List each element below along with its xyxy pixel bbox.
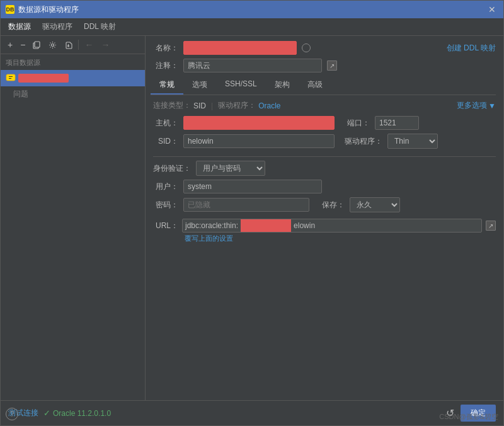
conn-type-label: 连接类型： [153, 100, 191, 111]
user-row: 用户： [153, 180, 496, 193]
driver-value[interactable]: Oracle [258, 101, 280, 110]
name-label: 名称： [153, 43, 178, 54]
issue-label: 问题 [1, 86, 145, 102]
conn-type-value[interactable]: SID [193, 101, 206, 110]
test-result: ✓ Oracle 11.2.0.1.0 [43, 408, 111, 418]
sid-label: SID： [153, 136, 178, 147]
svg-rect-3 [6, 74, 15, 81]
check-icon: ✓ [43, 408, 50, 418]
more-options-arrow: ▼ [488, 101, 496, 110]
project-datasource-title: 项目数据源 [1, 54, 145, 70]
tab-general[interactable]: 常规 [151, 76, 183, 95]
url-rewrite-link[interactable]: 覆写上面的设置 [185, 234, 496, 243]
svg-rect-1 [35, 42, 40, 47]
more-options-button[interactable]: 更多选项 ▼ [457, 100, 496, 111]
settings-button[interactable] [45, 40, 60, 50]
forward-button[interactable]: → [98, 38, 113, 51]
host-label: 主机： [153, 118, 178, 129]
port-label: 端口： [345, 118, 370, 129]
url-row: URL： jdbc:oracle:thin: elowin ↗ [153, 219, 496, 233]
spacer [153, 243, 496, 398]
create-ddl-link[interactable]: 创建 DDL 映射 [447, 43, 496, 54]
tree-item-c[interactable] [1, 70, 145, 86]
comment-label: 注释： [153, 60, 178, 71]
url-label: URL： [153, 221, 178, 231]
tabs-row: 常规 选项 SSH/SSL 架构 高级 [151, 76, 496, 95]
comment-input[interactable] [183, 59, 322, 72]
tab-schema[interactable]: 架构 [266, 76, 299, 95]
driver-label: 驱动程序： [218, 100, 256, 111]
port-input[interactable] [375, 116, 419, 130]
svg-point-2 [52, 43, 54, 46]
app-icon: DB [6, 5, 14, 14]
add-button[interactable]: + [4, 38, 16, 51]
menu-bar: 数据源 驱动程序 DDL 映射 [1, 18, 503, 36]
dialog-title: 数据源和驱动程序 [18, 4, 79, 15]
radio-circle[interactable] [302, 43, 311, 52]
close-button[interactable]: ✕ [486, 3, 498, 16]
name-input[interactable] [183, 41, 297, 55]
name-row: 名称： 创建 DDL 映射 [153, 41, 496, 55]
url-section: URL： jdbc:oracle:thin: elowin ↗ 覆写上面的设置 [153, 219, 496, 243]
tab-ssh[interactable]: SSH/SSL [216, 76, 266, 95]
title-bar: DB 数据源和驱动程序 ✕ [1, 1, 503, 18]
back-button[interactable]: ← [81, 38, 96, 51]
tab-advanced[interactable]: 高级 [299, 76, 331, 95]
conn-info-row: 连接类型： SID | 驱动程序： Oracle 更多选项 ▼ [153, 100, 496, 111]
user-label: 用户： [153, 181, 178, 192]
user-input[interactable] [183, 180, 322, 193]
watermark: CSDN@孤影&碧空 [439, 412, 498, 422]
password-row: 密码： 保存： 永久 本次会话 不保存 [153, 197, 496, 212]
auth-row: 身份验证： 用户与密码 OS 认证 [153, 161, 496, 176]
comment-row: 注释： ↗ [153, 59, 496, 72]
toolbar-divider [78, 40, 79, 50]
tree-item-label [18, 74, 69, 83]
left-toolbar: + − [1, 36, 145, 54]
save-select[interactable]: 永久 本次会话 不保存 [350, 197, 400, 212]
auth-label: 身份验证： [153, 163, 191, 174]
right-panel: 名称： 创建 DDL 映射 注释： ↗ 常规 选项 SSH/SSL 架构 高级 [146, 36, 503, 400]
left-panel: + − [1, 36, 146, 400]
export-button[interactable] [61, 40, 76, 50]
title-bar-left: DB 数据源和驱动程序 [6, 4, 79, 15]
password-input[interactable] [183, 198, 309, 212]
sid-input[interactable] [183, 134, 335, 148]
comment-expand-button[interactable]: ↗ [327, 60, 337, 71]
menu-driver[interactable]: 驱动程序 [37, 20, 77, 34]
help-button[interactable]: ? [6, 408, 18, 420]
password-label: 密码： [153, 200, 178, 210]
tree-item-icon [6, 72, 16, 84]
menu-ddl[interactable]: DDL 映射 [79, 20, 121, 34]
menu-datasource[interactable]: 数据源 [3, 20, 36, 34]
url-expand-button[interactable]: ↗ [486, 221, 496, 231]
dialog-datasource: DB 数据源和驱动程序 ✕ 数据源 驱动程序 DDL 映射 + − [0, 0, 504, 426]
divider-1 [153, 156, 496, 157]
host-row: 主机： 端口： [153, 116, 496, 130]
url-prefix: jdbc:oracle:thin: [183, 219, 241, 232]
remove-button[interactable]: − [17, 38, 28, 51]
host-input[interactable] [183, 116, 335, 130]
url-redacted-part [241, 219, 291, 232]
test-result-text: Oracle 11.2.0.1.0 [53, 409, 111, 418]
url-suffix: elowin [291, 219, 318, 232]
driver-select[interactable]: Thin OCI [387, 134, 438, 149]
driver-field-label: 驱动程序： [345, 136, 382, 147]
auth-select[interactable]: 用户与密码 OS 认证 [196, 161, 265, 176]
save-label: 保存： [319, 200, 345, 210]
content-area: + − [1, 36, 503, 400]
copy-button[interactable] [30, 40, 44, 50]
sid-row: SID： 驱动程序： Thin OCI [153, 134, 496, 149]
bottom-bar: 测试连接 ✓ Oracle 11.2.0.1.0 ↺ 确定 [1, 400, 503, 425]
tab-options[interactable]: 选项 [183, 76, 216, 95]
